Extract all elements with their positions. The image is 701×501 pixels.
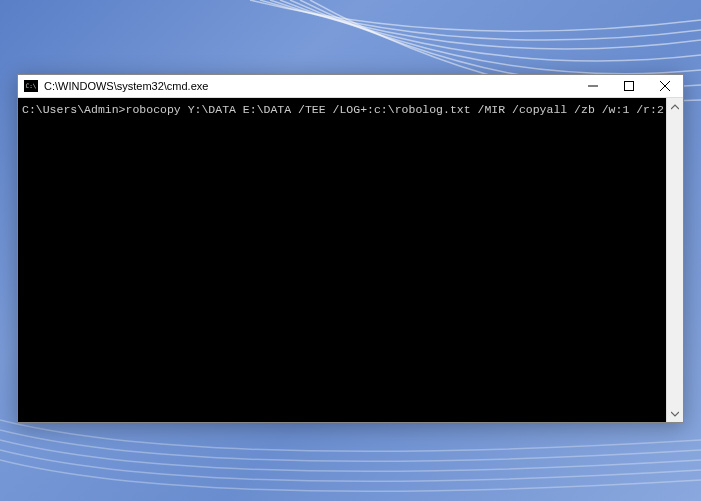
- scroll-track[interactable]: [667, 115, 683, 405]
- vertical-scrollbar[interactable]: [666, 98, 683, 422]
- cmd-icon: [24, 80, 38, 92]
- terminal[interactable]: C:\Users\Admin>robocopy Y:\DATA E:\DATA …: [18, 98, 666, 422]
- close-button[interactable]: [647, 75, 683, 97]
- minimize-icon: [588, 81, 598, 91]
- chevron-up-icon: [671, 103, 679, 111]
- close-icon: [660, 81, 670, 91]
- prompt: C:\Users\Admin>: [22, 103, 126, 116]
- titlebar[interactable]: C:\WINDOWS\system32\cmd.exe: [18, 75, 683, 98]
- window-controls: [575, 75, 683, 97]
- svg-rect-1: [625, 82, 634, 91]
- maximize-button[interactable]: [611, 75, 647, 97]
- cmd-window: C:\WINDOWS\system32\cmd.exe C:\Users\Adm…: [17, 74, 684, 423]
- command-text: robocopy Y:\DATA E:\DATA /TEE /LOG+:c:\r…: [126, 103, 666, 116]
- scroll-down-button[interactable]: [667, 405, 683, 422]
- prompt-line: C:\Users\Admin>robocopy Y:\DATA E:\DATA …: [22, 103, 666, 116]
- terminal-area: C:\Users\Admin>robocopy Y:\DATA E:\DATA …: [18, 98, 683, 422]
- scroll-up-button[interactable]: [667, 98, 683, 115]
- window-title: C:\WINDOWS\system32\cmd.exe: [44, 80, 575, 92]
- minimize-button[interactable]: [575, 75, 611, 97]
- maximize-icon: [624, 81, 634, 91]
- chevron-down-icon: [671, 410, 679, 418]
